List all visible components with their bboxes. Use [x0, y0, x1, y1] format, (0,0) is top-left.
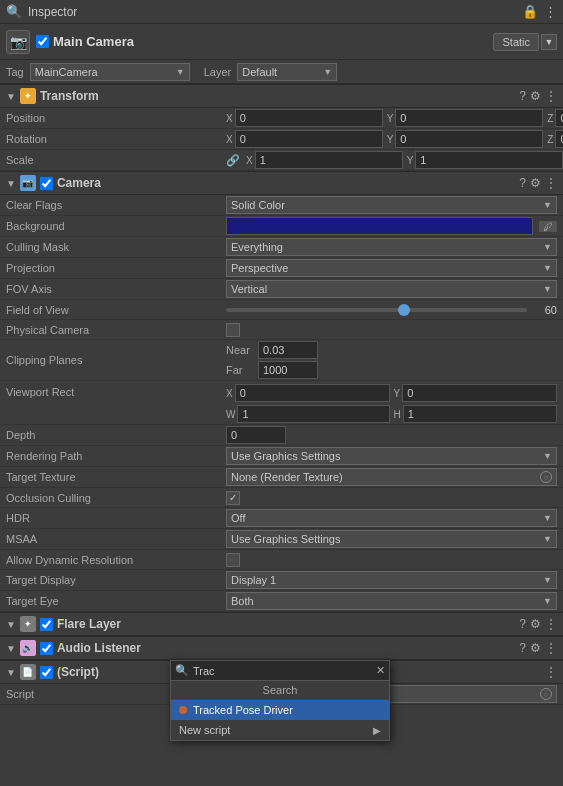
fov-slider[interactable] [226, 308, 527, 312]
target-display-label: Target Display [6, 574, 226, 586]
view-x-input[interactable] [235, 384, 390, 402]
object-name[interactable]: Main Camera [53, 34, 493, 49]
view-h-item: H [394, 405, 558, 423]
script-icon: 📄 [20, 664, 36, 680]
audio-help-icon[interactable]: ? [519, 641, 526, 655]
scale-x-input[interactable] [255, 151, 403, 169]
view-y-input[interactable] [402, 384, 557, 402]
dynamic-res-label: Allow Dynamic Resolution [6, 554, 226, 566]
target-display-dropdown[interactable]: Display 1▼ [226, 571, 557, 589]
position-row: Position X Y Z [0, 108, 563, 129]
static-button[interactable]: Static [493, 33, 539, 51]
view-w-input[interactable] [237, 405, 389, 423]
tag-label: Tag [6, 66, 24, 78]
transform-settings-icon[interactable]: ⚙ [530, 89, 541, 103]
near-input[interactable] [258, 341, 318, 359]
transform-chevron[interactable]: ▼ [6, 91, 16, 102]
menu-icon[interactable]: ⋮ [544, 4, 557, 19]
fov-axis-label: FOV Axis [6, 283, 226, 295]
position-xyz: X Y Z [226, 109, 563, 127]
pos-x-input[interactable] [235, 109, 383, 127]
clipping-grid: Near Far [226, 341, 557, 379]
rendering-path-dropdown[interactable]: Use Graphics Settings▼ [226, 447, 557, 465]
target-texture-field[interactable]: None (Render Texture) ○ [226, 468, 557, 486]
rotation-label: Rotation [6, 133, 226, 145]
scale-link-icon[interactable]: 🔗 [226, 154, 240, 167]
inspector-icon: 🔍 [6, 4, 22, 19]
script-picker-icon[interactable]: ○ [540, 688, 552, 700]
scale-y-item: Y [407, 151, 563, 169]
camera-active-checkbox[interactable] [40, 177, 53, 190]
static-dropdown[interactable]: ▼ [541, 34, 557, 50]
msaa-dropdown[interactable]: Use Graphics Settings▼ [226, 530, 557, 548]
script-menu-icon[interactable]: ⋮ [545, 665, 557, 679]
flare-settings-icon[interactable]: ⚙ [530, 617, 541, 631]
view-x-item: X [226, 384, 390, 402]
flare-active-checkbox[interactable] [40, 618, 53, 631]
physical-camera-checkbox[interactable] [226, 323, 240, 337]
audio-active-checkbox[interactable] [40, 642, 53, 655]
culling-mask-dropdown[interactable]: Everything▼ [226, 238, 557, 256]
layer-dropdown[interactable]: Default▼ [237, 63, 337, 81]
tag-dropdown[interactable]: MainCamera▼ [30, 63, 190, 81]
audio-menu-icon[interactable]: ⋮ [545, 641, 557, 655]
lock-icon[interactable]: 🔒 [522, 4, 538, 19]
rot-y-input[interactable] [395, 130, 543, 148]
script-search-input[interactable] [193, 665, 372, 677]
color-picker-icon[interactable]: 🖊 [539, 221, 557, 232]
camera-help-icon[interactable]: ? [519, 176, 526, 190]
popup-item-tracked-pose[interactable]: Tracked Pose Driver [171, 700, 389, 720]
rot-z-item: Z [547, 130, 563, 148]
clear-flags-dropdown[interactable]: Solid Color▼ [226, 196, 557, 214]
popup-section-label: Search [171, 681, 389, 700]
flare-menu-icon[interactable]: ⋮ [545, 617, 557, 631]
rot-z-input[interactable] [555, 130, 563, 148]
camera-icon: 📷 [20, 175, 36, 191]
camera-menu-icon[interactable]: ⋮ [545, 176, 557, 190]
audio-settings-icon[interactable]: ⚙ [530, 641, 541, 655]
depth-input[interactable] [226, 426, 286, 444]
flare-help-icon[interactable]: ? [519, 617, 526, 631]
target-eye-row: Target Eye Both▼ [0, 591, 563, 612]
audio-icon: 🔊 [20, 640, 36, 656]
transform-menu-icon[interactable]: ⋮ [545, 89, 557, 103]
pos-y-item: Y [387, 109, 544, 127]
dynamic-res-checkbox[interactable] [226, 553, 240, 567]
pos-z-input[interactable] [555, 109, 563, 127]
fov-axis-dropdown[interactable]: Vertical▼ [226, 280, 557, 298]
camera-settings-icon[interactable]: ⚙ [530, 176, 541, 190]
fov-slider-thumb[interactable] [398, 304, 410, 316]
rot-x-input[interactable] [235, 130, 383, 148]
occlusion-culling-checkbox[interactable] [226, 491, 240, 505]
background-color-field[interactable] [226, 217, 533, 235]
scale-label: Scale [6, 154, 226, 166]
hdr-dropdown[interactable]: Off▼ [226, 509, 557, 527]
audio-title: Audio Listener [57, 641, 519, 655]
texture-picker-icon[interactable]: ○ [540, 471, 552, 483]
clipping-planes-label: Clipping Planes [6, 354, 226, 366]
culling-mask-label: Culling Mask [6, 241, 226, 253]
view-h-input[interactable] [403, 405, 557, 423]
script-chevron[interactable]: ▼ [6, 667, 16, 678]
clipping-planes-row: Clipping Planes Near Far [0, 340, 563, 381]
search-clear-icon[interactable]: ✕ [376, 664, 385, 677]
background-label: Background [6, 220, 226, 232]
popup-item-2-label: New script [179, 724, 230, 736]
camera-chevron[interactable]: ▼ [6, 178, 16, 189]
object-active-checkbox[interactable] [36, 35, 49, 48]
pos-x-item: X [226, 109, 383, 127]
flare-chevron[interactable]: ▼ [6, 619, 16, 630]
popup-item-new-script[interactable]: New script ▶ [171, 720, 389, 740]
rotation-row: Rotation X Y Z [0, 129, 563, 150]
audio-chevron[interactable]: ▼ [6, 643, 16, 654]
pos-y-input[interactable] [395, 109, 543, 127]
scale-y-input[interactable] [415, 151, 563, 169]
projection-dropdown[interactable]: Perspective▼ [226, 259, 557, 277]
rotation-xyz: X Y Z [226, 130, 563, 148]
transform-help-icon[interactable]: ? [519, 89, 526, 103]
far-input[interactable] [258, 361, 318, 379]
rendering-path-row: Rendering Path Use Graphics Settings▼ [0, 446, 563, 467]
target-eye-dropdown[interactable]: Both▼ [226, 592, 557, 610]
script-active-checkbox[interactable] [40, 666, 53, 679]
camera-object-icon: 📷 [6, 30, 30, 54]
